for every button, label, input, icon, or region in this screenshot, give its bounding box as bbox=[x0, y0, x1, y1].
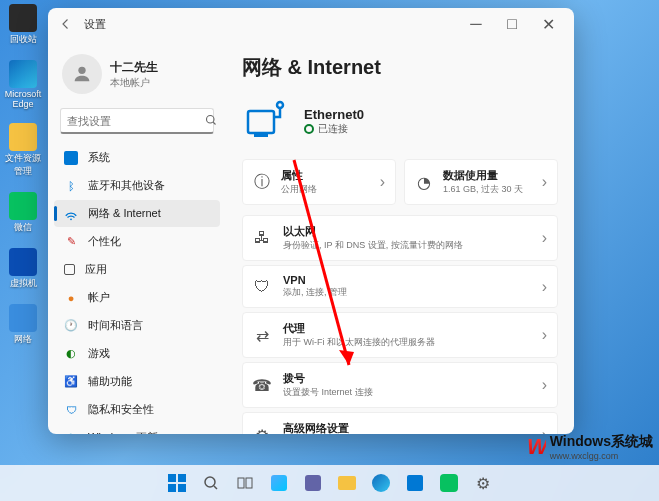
system-icon bbox=[64, 151, 78, 165]
update-icon: ⟳ bbox=[64, 431, 78, 435]
network-icon bbox=[64, 207, 78, 221]
start-button[interactable] bbox=[162, 468, 192, 498]
watermark-logo: W bbox=[527, 434, 546, 460]
data-usage-icon: ◔ bbox=[415, 173, 433, 191]
desktop-icon-edge[interactable]: Microsoft Edge bbox=[4, 60, 42, 109]
item-vpn[interactable]: 🛡 VPN添加, 连接, 管理 › bbox=[242, 265, 558, 308]
item-advanced[interactable]: ⚙ 高级网络设置查看所有网络适配器, 网络重置 › bbox=[242, 412, 558, 434]
search-box[interactable] bbox=[60, 108, 214, 134]
nav-network[interactable]: 网络 & Internet bbox=[54, 200, 220, 227]
maximize-button[interactable]: □ bbox=[494, 10, 530, 38]
item-dialup[interactable]: ☎ 拨号设置拨号 Internet 连接 › bbox=[242, 362, 558, 408]
minimize-button[interactable]: ─ bbox=[458, 10, 494, 38]
settings-window: 设置 ─ □ ✕ 十二先生 本地帐户 系统 ᛒ蓝牙和其他设备 网络 & Inte… bbox=[48, 8, 574, 434]
shield-icon: 🛡 bbox=[64, 403, 78, 417]
item-ethernet[interactable]: 🖧 以太网身份验证, IP 和 DNS 设置, 按流量计费的网络 › bbox=[242, 215, 558, 261]
watermark-title: Windows系统城 bbox=[550, 433, 653, 451]
svg-rect-11 bbox=[178, 484, 186, 492]
close-button[interactable]: ✕ bbox=[530, 10, 566, 38]
svg-point-0 bbox=[78, 67, 85, 74]
taskbar-chat[interactable] bbox=[298, 468, 328, 498]
status-dot-icon bbox=[304, 124, 314, 134]
ethernet-icon bbox=[242, 97, 290, 145]
chevron-right-icon: › bbox=[380, 173, 385, 191]
chevron-right-icon: › bbox=[542, 326, 547, 344]
svg-rect-3 bbox=[248, 111, 274, 133]
card-properties[interactable]: ⓘ 属性公用网络 › bbox=[242, 159, 396, 205]
svg-point-2 bbox=[70, 218, 72, 220]
dialup-icon: ☎ bbox=[253, 376, 271, 394]
svg-point-5 bbox=[277, 102, 283, 108]
svg-rect-4 bbox=[254, 133, 268, 137]
nav-accessibility[interactable]: ♿辅助功能 bbox=[54, 368, 220, 395]
search-input[interactable] bbox=[67, 115, 205, 127]
ethernet-port-icon: 🖧 bbox=[253, 229, 271, 247]
taskbar-taskview[interactable] bbox=[230, 468, 260, 498]
nav-time-language[interactable]: 🕐时间和语言 bbox=[54, 312, 220, 339]
user-name: 十二先生 bbox=[110, 59, 158, 76]
taskbar-explorer[interactable] bbox=[332, 468, 362, 498]
vpn-shield-icon: 🛡 bbox=[253, 278, 271, 296]
brush-icon: ✎ bbox=[64, 235, 78, 249]
page-heading: 网络 & Internet bbox=[242, 54, 558, 81]
taskbar-search[interactable] bbox=[196, 468, 226, 498]
user-account[interactable]: 十二先生 本地帐户 bbox=[54, 48, 220, 108]
proxy-icon: ⇄ bbox=[253, 326, 271, 344]
nav-apps[interactable]: 应用 bbox=[54, 256, 220, 283]
desktop-icon-recycle[interactable]: 回收站 bbox=[4, 4, 42, 46]
taskbar-wechat[interactable] bbox=[434, 468, 464, 498]
chevron-right-icon: › bbox=[542, 229, 547, 247]
taskbar-widgets[interactable] bbox=[264, 468, 294, 498]
item-proxy[interactable]: ⇄ 代理用于 Wi-Fi 和以太网连接的代理服务器 › bbox=[242, 312, 558, 358]
svg-rect-10 bbox=[168, 484, 176, 492]
chevron-right-icon: › bbox=[542, 278, 547, 296]
user-type: 本地帐户 bbox=[110, 76, 158, 90]
nav-bluetooth[interactable]: ᛒ蓝牙和其他设备 bbox=[54, 172, 220, 199]
svg-rect-9 bbox=[178, 474, 186, 482]
desktop-icons: 回收站 Microsoft Edge 文件资源管理 微信 虚拟机 网络 bbox=[4, 4, 42, 346]
clock-icon: 🕐 bbox=[64, 319, 78, 333]
svg-rect-13 bbox=[238, 478, 244, 488]
connection-name: Ethernet0 bbox=[304, 107, 364, 122]
nav-update[interactable]: ⟳Windows 更新 bbox=[54, 424, 220, 434]
nav-system[interactable]: 系统 bbox=[54, 144, 220, 171]
svg-point-1 bbox=[207, 115, 215, 123]
avatar bbox=[62, 54, 102, 94]
connection-state: 已连接 bbox=[304, 122, 364, 136]
card-data-usage[interactable]: ◔ 数据使用量1.61 GB, 过去 30 天 › bbox=[404, 159, 558, 205]
window-title: 设置 bbox=[84, 17, 106, 32]
nav-accounts[interactable]: ●帐户 bbox=[54, 284, 220, 311]
connection-status: Ethernet0 已连接 bbox=[242, 97, 558, 145]
svg-point-12 bbox=[205, 477, 215, 487]
back-button[interactable] bbox=[56, 14, 76, 34]
chevron-right-icon: › bbox=[542, 173, 547, 191]
taskbar-store[interactable] bbox=[400, 468, 430, 498]
desktop-icon-explorer[interactable]: 文件资源管理 bbox=[4, 123, 42, 178]
sidebar: 十二先生 本地帐户 系统 ᛒ蓝牙和其他设备 网络 & Internet ✎个性化… bbox=[48, 40, 226, 434]
watermark-url: www.wxclgg.com bbox=[550, 451, 653, 461]
nav-privacy[interactable]: 🛡隐私和安全性 bbox=[54, 396, 220, 423]
watermark: W Windows系统城 www.wxclgg.com bbox=[527, 433, 653, 461]
apps-icon bbox=[64, 264, 75, 275]
taskbar-edge[interactable] bbox=[366, 468, 396, 498]
search-icon bbox=[205, 112, 217, 130]
advanced-net-icon: ⚙ bbox=[253, 426, 271, 434]
desktop-icon-network[interactable]: 网络 bbox=[4, 304, 42, 346]
desktop-icon-wechat[interactable]: 微信 bbox=[4, 192, 42, 234]
taskbar: ⚙ bbox=[0, 465, 659, 501]
main-panel: 网络 & Internet Ethernet0 已连接 ⓘ 属性公用网络 › ◔ bbox=[226, 40, 574, 434]
taskbar-settings[interactable]: ⚙ bbox=[468, 468, 498, 498]
svg-rect-14 bbox=[246, 478, 252, 488]
accessibility-icon: ♿ bbox=[64, 375, 78, 389]
info-icon: ⓘ bbox=[253, 173, 271, 191]
gamepad-icon: ◐ bbox=[64, 347, 78, 361]
svg-rect-8 bbox=[168, 474, 176, 482]
nav-gaming[interactable]: ◐游戏 bbox=[54, 340, 220, 367]
desktop-icon-vm[interactable]: 虚拟机 bbox=[4, 248, 42, 290]
nav-personalization[interactable]: ✎个性化 bbox=[54, 228, 220, 255]
bluetooth-icon: ᛒ bbox=[64, 179, 78, 193]
chevron-right-icon: › bbox=[542, 376, 547, 394]
person-icon: ● bbox=[64, 291, 78, 305]
titlebar: 设置 ─ □ ✕ bbox=[48, 8, 574, 40]
